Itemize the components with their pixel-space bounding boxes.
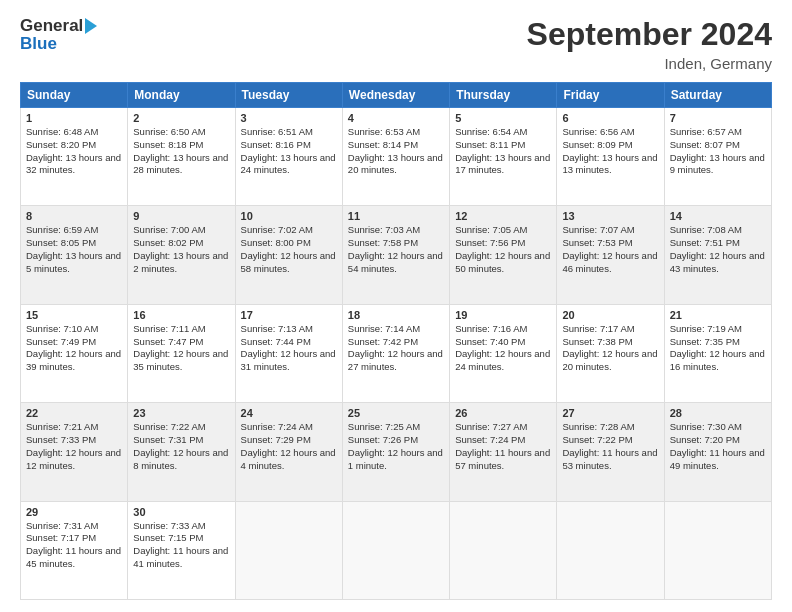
calendar-cell: 4Sunrise: 6:53 AM Sunset: 8:14 PM Daylig…: [342, 108, 449, 206]
logo-general-text: General: [20, 16, 83, 36]
logo: General Blue: [20, 16, 97, 54]
cell-details: Sunrise: 6:57 AM Sunset: 8:07 PM Dayligh…: [670, 126, 766, 177]
day-number: 22: [26, 407, 122, 419]
day-number: 4: [348, 112, 444, 124]
cell-details: Sunrise: 7:16 AM Sunset: 7:40 PM Dayligh…: [455, 323, 551, 374]
cell-details: Sunrise: 7:28 AM Sunset: 7:22 PM Dayligh…: [562, 421, 658, 472]
page: General Blue September 2024 Inden, Germa…: [0, 0, 792, 612]
day-number: 16: [133, 309, 229, 321]
day-number: 12: [455, 210, 551, 222]
logo-arrow-icon: [85, 18, 97, 34]
calendar-cell: 9Sunrise: 7:00 AM Sunset: 8:02 PM Daylig…: [128, 206, 235, 304]
calendar-cell: [557, 501, 664, 599]
cell-details: Sunrise: 7:07 AM Sunset: 7:53 PM Dayligh…: [562, 224, 658, 275]
cell-details: Sunrise: 7:22 AM Sunset: 7:31 PM Dayligh…: [133, 421, 229, 472]
calendar-cell: 17Sunrise: 7:13 AM Sunset: 7:44 PM Dayli…: [235, 304, 342, 402]
day-number: 23: [133, 407, 229, 419]
day-number: 17: [241, 309, 337, 321]
calendar-cell: 29Sunrise: 7:31 AM Sunset: 7:17 PM Dayli…: [21, 501, 128, 599]
cell-details: Sunrise: 6:51 AM Sunset: 8:16 PM Dayligh…: [241, 126, 337, 177]
day-number: 18: [348, 309, 444, 321]
calendar-cell: 28Sunrise: 7:30 AM Sunset: 7:20 PM Dayli…: [664, 403, 771, 501]
calendar-table: SundayMondayTuesdayWednesdayThursdayFrid…: [20, 82, 772, 600]
day-number: 7: [670, 112, 766, 124]
day-number: 20: [562, 309, 658, 321]
cell-details: Sunrise: 6:48 AM Sunset: 8:20 PM Dayligh…: [26, 126, 122, 177]
cell-details: Sunrise: 7:24 AM Sunset: 7:29 PM Dayligh…: [241, 421, 337, 472]
calendar-cell: 30Sunrise: 7:33 AM Sunset: 7:15 PM Dayli…: [128, 501, 235, 599]
calendar-cell: 14Sunrise: 7:08 AM Sunset: 7:51 PM Dayli…: [664, 206, 771, 304]
calendar-cell: 23Sunrise: 7:22 AM Sunset: 7:31 PM Dayli…: [128, 403, 235, 501]
calendar-cell: [342, 501, 449, 599]
day-number: 2: [133, 112, 229, 124]
calendar-cell: 5Sunrise: 6:54 AM Sunset: 8:11 PM Daylig…: [450, 108, 557, 206]
day-number: 21: [670, 309, 766, 321]
cell-details: Sunrise: 7:05 AM Sunset: 7:56 PM Dayligh…: [455, 224, 551, 275]
day-number: 1: [26, 112, 122, 124]
cell-details: Sunrise: 7:00 AM Sunset: 8:02 PM Dayligh…: [133, 224, 229, 275]
day-number: 3: [241, 112, 337, 124]
calendar-cell: 19Sunrise: 7:16 AM Sunset: 7:40 PM Dayli…: [450, 304, 557, 402]
cell-details: Sunrise: 6:54 AM Sunset: 8:11 PM Dayligh…: [455, 126, 551, 177]
day-number: 14: [670, 210, 766, 222]
calendar-cell: 6Sunrise: 6:56 AM Sunset: 8:09 PM Daylig…: [557, 108, 664, 206]
cell-details: Sunrise: 7:19 AM Sunset: 7:35 PM Dayligh…: [670, 323, 766, 374]
cell-details: Sunrise: 7:08 AM Sunset: 7:51 PM Dayligh…: [670, 224, 766, 275]
cell-details: Sunrise: 7:11 AM Sunset: 7:47 PM Dayligh…: [133, 323, 229, 374]
cell-details: Sunrise: 7:14 AM Sunset: 7:42 PM Dayligh…: [348, 323, 444, 374]
day-number: 24: [241, 407, 337, 419]
calendar-cell: 16Sunrise: 7:11 AM Sunset: 7:47 PM Dayli…: [128, 304, 235, 402]
day-number: 5: [455, 112, 551, 124]
location: Inden, Germany: [527, 55, 772, 72]
calendar-cell: [235, 501, 342, 599]
cell-details: Sunrise: 7:03 AM Sunset: 7:58 PM Dayligh…: [348, 224, 444, 275]
calendar-cell: 7Sunrise: 6:57 AM Sunset: 8:07 PM Daylig…: [664, 108, 771, 206]
calendar-cell: 25Sunrise: 7:25 AM Sunset: 7:26 PM Dayli…: [342, 403, 449, 501]
calendar-cell: 26Sunrise: 7:27 AM Sunset: 7:24 PM Dayli…: [450, 403, 557, 501]
calendar-cell: 20Sunrise: 7:17 AM Sunset: 7:38 PM Dayli…: [557, 304, 664, 402]
day-header-saturday: Saturday: [664, 83, 771, 108]
calendar-cell: 21Sunrise: 7:19 AM Sunset: 7:35 PM Dayli…: [664, 304, 771, 402]
title-block: September 2024 Inden, Germany: [527, 16, 772, 72]
calendar-cell: 8Sunrise: 6:59 AM Sunset: 8:05 PM Daylig…: [21, 206, 128, 304]
cell-details: Sunrise: 6:59 AM Sunset: 8:05 PM Dayligh…: [26, 224, 122, 275]
day-header-tuesday: Tuesday: [235, 83, 342, 108]
calendar-cell: 15Sunrise: 7:10 AM Sunset: 7:49 PM Dayli…: [21, 304, 128, 402]
cell-details: Sunrise: 7:30 AM Sunset: 7:20 PM Dayligh…: [670, 421, 766, 472]
calendar-cell: 12Sunrise: 7:05 AM Sunset: 7:56 PM Dayli…: [450, 206, 557, 304]
day-number: 9: [133, 210, 229, 222]
cell-details: Sunrise: 7:21 AM Sunset: 7:33 PM Dayligh…: [26, 421, 122, 472]
day-number: 27: [562, 407, 658, 419]
logo-blue-text: Blue: [20, 34, 57, 53]
cell-details: Sunrise: 7:02 AM Sunset: 8:00 PM Dayligh…: [241, 224, 337, 275]
cell-details: Sunrise: 6:53 AM Sunset: 8:14 PM Dayligh…: [348, 126, 444, 177]
day-number: 11: [348, 210, 444, 222]
calendar-cell: 13Sunrise: 7:07 AM Sunset: 7:53 PM Dayli…: [557, 206, 664, 304]
day-header-sunday: Sunday: [21, 83, 128, 108]
calendar-cell: 2Sunrise: 6:50 AM Sunset: 8:18 PM Daylig…: [128, 108, 235, 206]
calendar-cell: 10Sunrise: 7:02 AM Sunset: 8:00 PM Dayli…: [235, 206, 342, 304]
cell-details: Sunrise: 6:56 AM Sunset: 8:09 PM Dayligh…: [562, 126, 658, 177]
day-number: 10: [241, 210, 337, 222]
cell-details: Sunrise: 7:13 AM Sunset: 7:44 PM Dayligh…: [241, 323, 337, 374]
cell-details: Sunrise: 6:50 AM Sunset: 8:18 PM Dayligh…: [133, 126, 229, 177]
day-number: 13: [562, 210, 658, 222]
day-number: 6: [562, 112, 658, 124]
calendar-cell: 24Sunrise: 7:24 AM Sunset: 7:29 PM Dayli…: [235, 403, 342, 501]
cell-details: Sunrise: 7:27 AM Sunset: 7:24 PM Dayligh…: [455, 421, 551, 472]
calendar-week-row: 1Sunrise: 6:48 AM Sunset: 8:20 PM Daylig…: [21, 108, 772, 206]
calendar-cell: 1Sunrise: 6:48 AM Sunset: 8:20 PM Daylig…: [21, 108, 128, 206]
calendar-cell: [450, 501, 557, 599]
calendar-cell: 18Sunrise: 7:14 AM Sunset: 7:42 PM Dayli…: [342, 304, 449, 402]
calendar-week-row: 15Sunrise: 7:10 AM Sunset: 7:49 PM Dayli…: [21, 304, 772, 402]
header: General Blue September 2024 Inden, Germa…: [20, 16, 772, 72]
cell-details: Sunrise: 7:17 AM Sunset: 7:38 PM Dayligh…: [562, 323, 658, 374]
calendar-cell: [664, 501, 771, 599]
day-number: 8: [26, 210, 122, 222]
cell-details: Sunrise: 7:31 AM Sunset: 7:17 PM Dayligh…: [26, 520, 122, 571]
cell-details: Sunrise: 7:33 AM Sunset: 7:15 PM Dayligh…: [133, 520, 229, 571]
calendar-cell: 3Sunrise: 6:51 AM Sunset: 8:16 PM Daylig…: [235, 108, 342, 206]
cell-details: Sunrise: 7:25 AM Sunset: 7:26 PM Dayligh…: [348, 421, 444, 472]
day-header-friday: Friday: [557, 83, 664, 108]
calendar-week-row: 8Sunrise: 6:59 AM Sunset: 8:05 PM Daylig…: [21, 206, 772, 304]
